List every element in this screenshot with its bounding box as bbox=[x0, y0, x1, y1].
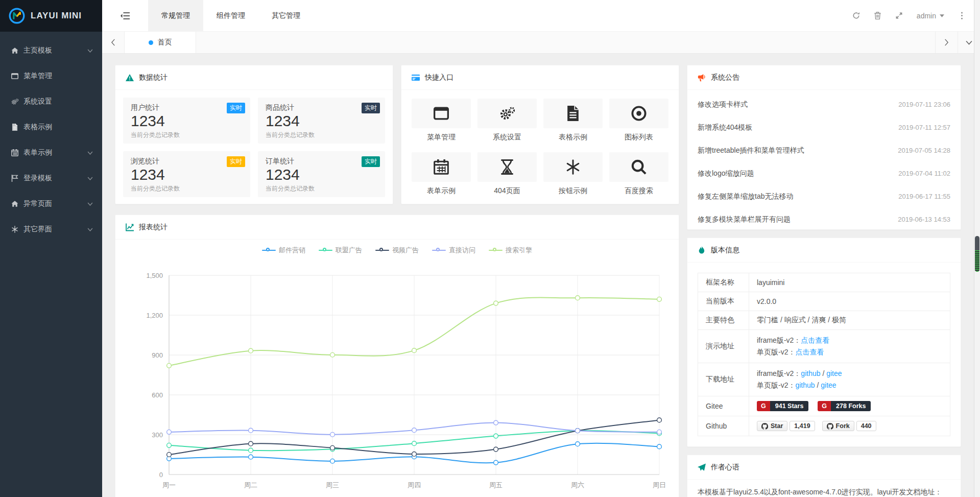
line-chart-icon bbox=[126, 223, 134, 231]
stat-box: 用户统计 实时 1234 当前分类总记录数 bbox=[123, 98, 250, 144]
link[interactable]: github bbox=[795, 381, 815, 389]
legend-marker bbox=[262, 247, 276, 253]
card-title: 快捷入口 bbox=[425, 73, 453, 82]
user-dropdown[interactable]: admin bbox=[917, 12, 944, 20]
bullhorn-icon bbox=[698, 74, 706, 82]
bars-icon bbox=[121, 12, 130, 19]
tabbar-controls bbox=[935, 32, 980, 53]
quick-link[interactable]: 404页面 bbox=[477, 152, 537, 196]
announcement-row[interactable]: 修复多模块菜单栏展开有问题 2019-06-13 14:53 bbox=[687, 208, 961, 230]
version-row: GithubStar1,419Fork440 bbox=[698, 416, 950, 436]
hourglass-icon bbox=[499, 159, 515, 175]
gitee-badge[interactable]: G941 Stars bbox=[757, 401, 808, 411]
legend-item[interactable]: 邮件营销 bbox=[262, 246, 305, 255]
page-tabbar: 首页 bbox=[102, 32, 980, 54]
link[interactable]: github bbox=[801, 369, 820, 377]
refresh-icon[interactable] bbox=[852, 12, 860, 19]
link[interactable]: 点击查看 bbox=[801, 336, 829, 344]
sidebar-item-1[interactable]: 菜单管理 bbox=[0, 63, 102, 89]
legend-item[interactable]: 联盟广告 bbox=[319, 246, 362, 255]
tab-home[interactable]: 首页 bbox=[125, 32, 196, 53]
quick-link[interactable]: 表单示例 bbox=[412, 152, 471, 196]
quick-link[interactable]: 菜单管理 bbox=[412, 99, 471, 142]
github-widget[interactable]: Star1,419 bbox=[757, 421, 815, 431]
announcement-row[interactable]: 修复左侧菜单缩放tab无法移动 2019-06-17 11:55 bbox=[687, 185, 961, 208]
github-icon bbox=[827, 423, 833, 430]
version-table: 框架名称layuimini当前版本v2.0.0主要特色零门槛 / 响应式 / 清… bbox=[698, 273, 950, 436]
author-intro: 本模板基于layui2.5.4以及font-awesome-4.7.0进行实现。… bbox=[698, 486, 950, 497]
flag-icon bbox=[11, 175, 23, 182]
logo-icon bbox=[8, 7, 26, 25]
active-tab-dot bbox=[149, 40, 153, 45]
card-title: 报表统计 bbox=[139, 223, 168, 232]
sidebar-item-0[interactable]: 主页模板 bbox=[0, 38, 102, 63]
sidebar-item-6[interactable]: 异常页面 bbox=[0, 191, 102, 217]
header-tab[interactable]: 其它管理 bbox=[258, 0, 314, 31]
version-row: 演示地址iframe版-v2：点击查看单页版-v2：点击查看 bbox=[698, 330, 950, 363]
scrollbar-thumb[interactable] bbox=[975, 236, 979, 272]
chart-legend: 邮件营销 联盟广告 视频广告 直接访问 搜索引擎 bbox=[115, 246, 679, 255]
chevron-left-icon bbox=[111, 39, 115, 46]
tabs-scroll-right-button[interactable] bbox=[935, 32, 958, 53]
svg-text:900: 900 bbox=[152, 351, 163, 359]
realtime-badge: 实时 bbox=[362, 103, 380, 113]
svg-text:0: 0 bbox=[159, 471, 163, 479]
clear-cache-icon[interactable] bbox=[874, 12, 881, 19]
file-icon bbox=[565, 106, 581, 121]
announcement-row[interactable]: 新增treetable插件和菜单管理样式 2019-07-05 14:28 bbox=[687, 139, 961, 162]
svg-text:300: 300 bbox=[152, 431, 163, 439]
svg-text:600: 600 bbox=[152, 391, 163, 399]
card-version-info: 版本信息 框架名称layuimini当前版本v2.0.0主要特色零门槛 / 响应… bbox=[687, 238, 961, 447]
sidebar: LAYUI MINI 主页模板 菜单管理 系统设置 表格示例 表单示例 登录模板… bbox=[0, 0, 102, 497]
card-title: 系统公告 bbox=[711, 73, 739, 82]
quick-link[interactable]: 图标列表 bbox=[609, 99, 668, 142]
page-scrollbar[interactable] bbox=[974, 0, 980, 497]
header-tab[interactable]: 组件管理 bbox=[203, 0, 258, 31]
announcement-row[interactable]: 新增系统404模板 2019-07-11 12:57 bbox=[687, 116, 961, 139]
header-tab[interactable]: 常规管理 bbox=[148, 0, 203, 31]
legend-marker bbox=[319, 247, 332, 253]
menu-collapse-button[interactable] bbox=[102, 0, 148, 31]
app-logo[interactable]: LAYUI MINI bbox=[0, 0, 102, 32]
username: admin bbox=[917, 12, 936, 20]
header-actions: admin bbox=[852, 0, 980, 31]
svg-text:周日: 周日 bbox=[653, 481, 666, 489]
legend-item[interactable]: 视频广告 bbox=[375, 246, 419, 255]
link[interactable]: gitee bbox=[826, 369, 842, 377]
tabs-scroll-left-button[interactable] bbox=[102, 32, 125, 53]
link[interactable]: gitee bbox=[821, 381, 836, 389]
window-icon bbox=[11, 73, 23, 80]
sidebar-item-4[interactable]: 表单示例 bbox=[0, 140, 102, 165]
main-content: 数据统计 用户统计 实时 1234 当前分类总记录数 商品统计 实时 1234 … bbox=[102, 54, 974, 497]
link[interactable]: 点击查看 bbox=[795, 348, 824, 356]
quick-link[interactable]: 系统设置 bbox=[477, 99, 537, 142]
chevron-down-icon bbox=[87, 228, 93, 231]
realtime-badge: 实时 bbox=[227, 156, 245, 167]
quick-link[interactable]: 表格示例 bbox=[543, 99, 603, 142]
realtime-badge: 实时 bbox=[227, 103, 245, 113]
github-widget[interactable]: Fork440 bbox=[822, 421, 876, 431]
gitee-badge[interactable]: G278 Forks bbox=[818, 401, 871, 411]
file-icon bbox=[11, 124, 23, 131]
sidebar-item-5[interactable]: 登录模板 bbox=[0, 165, 102, 191]
more-options-icon[interactable] bbox=[958, 12, 966, 19]
stat-value: 1234 bbox=[131, 112, 243, 130]
announcement-row[interactable]: 修改选项卡样式 2019-07-11 23:06 bbox=[687, 93, 961, 116]
asterisk-icon bbox=[11, 226, 23, 233]
card-title: 数据统计 bbox=[139, 73, 168, 82]
legend-item[interactable]: 直接访问 bbox=[432, 246, 475, 255]
sidebar-item-3[interactable]: 表格示例 bbox=[0, 114, 102, 140]
github-icon bbox=[761, 423, 768, 430]
legend-item[interactable]: 搜索引擎 bbox=[489, 246, 532, 255]
sidebar-item-7[interactable]: 其它界面 bbox=[0, 217, 102, 242]
quick-link[interactable]: 按钮示例 bbox=[543, 152, 603, 196]
chevron-down-icon bbox=[87, 177, 93, 180]
fullscreen-icon[interactable] bbox=[895, 12, 903, 19]
quick-link[interactable]: 百度搜索 bbox=[609, 152, 668, 196]
svg-text:周一: 周一 bbox=[162, 481, 176, 489]
sidebar-item-2[interactable]: 系统设置 bbox=[0, 89, 102, 114]
dotcircle-icon bbox=[631, 106, 647, 121]
gears-icon bbox=[499, 106, 515, 121]
calendar-icon bbox=[434, 159, 449, 175]
announcement-row[interactable]: 修改logo缩放问题 2019-07-04 11:02 bbox=[687, 162, 961, 185]
